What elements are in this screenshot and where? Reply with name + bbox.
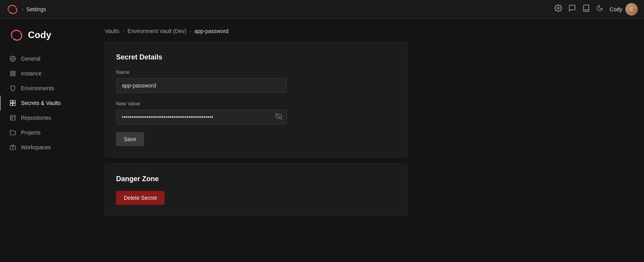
docs-icon[interactable] [582,4,590,14]
new-value-input[interactable] [116,110,287,124]
svg-point-0 [557,7,559,9]
svg-rect-7 [13,100,16,103]
svg-rect-3 [13,71,15,73]
svg-point-1 [12,58,14,59]
topbar-chevron-icon: › [22,7,23,12]
breadcrumb-sep-1: › [123,28,125,34]
breadcrumb-vaults[interactable]: Vaults [105,28,120,34]
svg-rect-6 [10,100,12,103]
sidebar-item-general[interactable]: General [0,51,89,66]
sidebar-logo-icon [9,28,23,42]
name-input[interactable] [116,78,287,93]
breadcrumb-sep-2: › [189,28,191,34]
breadcrumb: Vaults › Environment Vault (Dev) › app-p… [105,28,628,34]
secret-details-title: Secret Details [116,53,396,61]
breadcrumb-env-vault[interactable]: Environment Vault (Dev) [128,28,186,34]
settings-icon[interactable] [554,4,562,14]
sidebar-item-environments[interactable]: Environments [0,81,89,96]
name-label: Name [116,69,396,75]
new-value-label: New Value [116,101,396,107]
svg-rect-8 [10,103,12,106]
user-menu[interactable]: Cody C [609,3,638,16]
sidebar-item-general-label: General [21,56,40,62]
danger-zone-title: Danger Zone [116,175,396,183]
svg-rect-5 [13,74,15,76]
toggle-visibility-icon[interactable] [275,113,282,121]
new-value-form-group: New Value [116,101,396,124]
sidebar-item-instance-label: Instance [21,70,42,77]
avatar: C [625,3,638,16]
main-content: Vaults › Environment Vault (Dev) › app-p… [89,19,644,262]
workspaces-icon [9,144,16,151]
sidebar-item-instance[interactable]: Instance [0,66,89,81]
sidebar-item-workspaces-label: Workspaces [21,144,51,150]
sidebar-item-projects[interactable]: Projects [0,125,89,140]
topbar-right: Cody C [554,3,638,16]
name-form-group: Name [116,69,396,93]
username-label: Cody [609,6,622,12]
key-icon [9,100,16,107]
secret-details-card: Secret Details Name New Value [105,42,408,157]
danger-zone-card: Danger Zone Delete Secret [105,164,408,216]
repo-icon [9,114,16,121]
breadcrumb-current: app-password [194,28,229,34]
sidebar-item-repositories-label: Repositories [21,115,51,121]
theme-toggle-icon[interactable] [596,5,603,14]
sidebar-logo-area: Cody [0,28,89,51]
sidebar: Cody General Instance [0,19,89,262]
sidebar-item-projects-label: Projects [21,129,41,136]
topbar: › Settings Cody C [0,0,644,19]
sidebar-nav: General Instance Environments [0,51,89,155]
app-logo-icon [6,3,19,16]
sidebar-item-secrets-vaults[interactable]: Secrets & Vaults [0,96,89,110]
sidebar-item-secrets-vaults-label: Secrets & Vaults [21,100,61,106]
shield-icon [9,85,16,92]
svg-rect-4 [10,74,12,76]
sidebar-item-environments-label: Environments [21,85,54,91]
topbar-title: Settings [26,6,46,12]
save-button[interactable]: Save [116,132,144,146]
chat-icon[interactable] [568,4,576,14]
delete-secret-button[interactable]: Delete Secret [116,191,165,205]
layout: Cody General Instance [0,19,644,262]
grid-icon [9,70,16,77]
svg-rect-2 [10,71,12,73]
folder-icon [9,129,16,136]
topbar-left: › Settings [6,3,46,16]
new-value-input-wrapper [116,110,287,124]
gear-icon [9,55,16,62]
sidebar-app-name: Cody [28,30,51,40]
sidebar-item-workspaces[interactable]: Workspaces [0,140,89,155]
sidebar-item-repositories[interactable]: Repositories [0,110,89,125]
